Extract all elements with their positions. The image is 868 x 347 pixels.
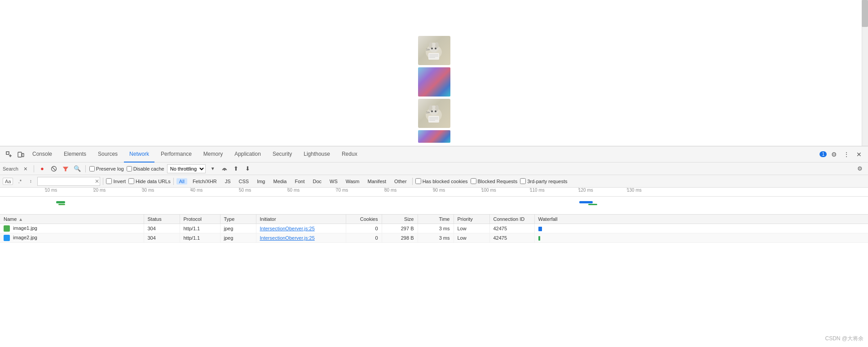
tab-sources[interactable]: Sources <box>93 146 123 163</box>
svg-point-14 <box>429 105 432 111</box>
throttle-select[interactable]: No throttlingSlow 3GFast 3G <box>167 164 206 173</box>
type-wasm-btn[interactable]: Wasm <box>343 178 362 184</box>
col-header-size[interactable]: Size <box>382 215 418 224</box>
table-row[interactable]: image2.jpg 304 http/1.1 jpeg Intersectio… <box>0 233 868 243</box>
table-header-row: Name▲ Status Protocol Type Initiator Coo… <box>0 215 868 224</box>
type-fetchxhr-btn[interactable]: Fetch/XHR <box>190 178 220 184</box>
has-blocked-cookies-label[interactable]: Has blocked cookies <box>415 178 468 184</box>
tab-application[interactable]: Application <box>229 146 266 163</box>
ruler-130ms: 130 ms <box>627 188 675 193</box>
page-scrollbar-thumb[interactable] <box>862 0 868 27</box>
svg-point-2 <box>429 42 432 48</box>
cell-size-2: 298 B <box>382 233 418 243</box>
network-table: Name▲ Status Protocol Type Initiator Coo… <box>0 215 868 243</box>
col-header-status[interactable]: Status <box>144 215 180 224</box>
devtools-table[interactable]: Name▲ Status Protocol Type Initiator Coo… <box>0 215 868 347</box>
cell-connid-2: 42475 <box>489 233 534 243</box>
col-header-cookies[interactable]: Cookies <box>346 215 382 224</box>
close-devtools-icon[interactable]: ✕ <box>854 149 864 160</box>
col-header-waterfall[interactable]: Waterfall <box>534 215 868 224</box>
invert-checkbox[interactable] <box>106 178 112 184</box>
devtools-filter-row: Aa .* ↕ ✕ Invert Hide data URLs All Fetc… <box>0 175 868 188</box>
col-header-type[interactable]: Type <box>220 215 256 224</box>
tab-elements[interactable]: Elements <box>58 146 92 163</box>
type-media-btn[interactable]: Media <box>270 178 289 184</box>
more-options-icon[interactable]: ⋮ <box>841 149 852 160</box>
devtools-toolbar: Search × ● 🔍 Preserve log Disable cache … <box>0 163 868 175</box>
devtools-timeline[interactable]: 10 ms 20 ms 30 ms 40 ms 50 ms 60 ms 70 m… <box>0 188 868 215</box>
type-font-btn[interactable]: Font <box>292 178 307 184</box>
col-header-connid[interactable]: Connection ID <box>489 215 534 224</box>
record-btn[interactable]: ● <box>38 164 47 173</box>
settings-cog-icon[interactable]: ⚙ <box>855 163 865 174</box>
col-header-name[interactable]: Name▲ <box>0 215 144 224</box>
hide-data-urls-checkbox[interactable] <box>128 178 134 184</box>
ruler-60ms: 60 ms <box>287 188 336 193</box>
invert-label[interactable]: Invert <box>106 178 126 184</box>
cell-status-1: 304 <box>144 224 180 233</box>
third-party-checkbox[interactable] <box>520 178 526 184</box>
tab-security[interactable]: Security <box>267 146 297 163</box>
type-ws-btn[interactable]: WS <box>327 178 340 184</box>
table-row[interactable]: image1.jpg 304 http/1.1 jpeg Intersectio… <box>0 224 868 233</box>
has-blocked-cookies-checkbox[interactable] <box>415 178 421 184</box>
export-btn[interactable]: ⬇ <box>243 164 252 173</box>
disable-cache-checkbox[interactable] <box>127 166 132 171</box>
preserve-log-checkbox[interactable] <box>89 166 95 171</box>
cell-priority-1: Low <box>454 224 489 233</box>
image2-preview <box>418 99 450 128</box>
tab-memory[interactable]: Memory <box>198 146 228 163</box>
col-header-time[interactable]: Time <box>418 215 454 224</box>
clear-btn[interactable] <box>49 164 58 173</box>
col-header-priority[interactable]: Priority <box>454 215 489 224</box>
cell-initiator-1[interactable]: IntersectionOberver.js:25 <box>256 224 346 233</box>
type-all-btn[interactable]: All <box>176 178 187 184</box>
inspect-element-icon[interactable] <box>4 149 14 160</box>
throttle-arrow-btn[interactable]: ▼ <box>208 164 217 173</box>
col-header-protocol[interactable]: Protocol <box>180 215 220 224</box>
filter-btn[interactable] <box>61 164 70 173</box>
svg-point-15 <box>435 105 439 111</box>
import-btn[interactable]: ⬆ <box>232 164 241 173</box>
case-toggle-btn[interactable]: ↕ <box>26 177 35 185</box>
ruler-30ms: 30 ms <box>142 188 190 193</box>
disable-cache-label[interactable]: Disable cache <box>127 166 164 171</box>
tab-performance[interactable]: Performance <box>155 146 197 163</box>
regex-toggle-btn[interactable]: .* <box>16 177 24 185</box>
cell-initiator-2[interactable]: IntersectionOberver.js:25 <box>256 233 346 243</box>
cell-connid-1: 42475 <box>489 224 534 233</box>
hide-data-urls-label[interactable]: Hide data URLs <box>128 178 171 184</box>
cell-name-2: image2.jpg <box>0 233 144 243</box>
third-party-label[interactable]: 3rd-party requests <box>520 178 567 184</box>
search-btn[interactable]: 🔍 <box>73 164 82 173</box>
type-manifest-btn[interactable]: Manifest <box>365 178 389 184</box>
ruler-20ms: 20 ms <box>93 188 142 193</box>
colorful-image2 <box>418 130 450 143</box>
col-header-initiator[interactable]: Initiator <box>256 215 346 224</box>
filter-input[interactable] <box>37 177 100 186</box>
tab-redux[interactable]: Redux <box>336 146 363 163</box>
settings-icon[interactable]: ⚙ <box>828 149 839 160</box>
toolbar-separator-1 <box>34 165 34 172</box>
device-toggle-icon[interactable] <box>15 149 26 160</box>
type-other-btn[interactable]: Other <box>392 178 410 184</box>
filter-clear-btn[interactable]: ✕ <box>95 178 99 184</box>
preserve-log-label[interactable]: Preserve log <box>89 166 124 171</box>
blocked-requests-label[interactable]: Blocked Requests <box>471 178 518 184</box>
type-doc-btn[interactable]: Doc <box>310 178 324 184</box>
page-scrollbar[interactable] <box>862 0 868 146</box>
tab-lighthouse[interactable]: Lighthouse <box>298 146 335 163</box>
aa-toggle-btn[interactable]: Aa <box>3 178 13 185</box>
type-img-btn[interactable]: Img <box>254 178 268 184</box>
type-js-btn[interactable]: JS <box>222 178 234 184</box>
cell-waterfall-2 <box>534 233 868 243</box>
close-search-btn[interactable]: × <box>21 164 30 173</box>
svg-line-30 <box>52 167 55 170</box>
type-css-btn[interactable]: CSS <box>236 178 252 184</box>
network-conditions-btn[interactable] <box>220 164 229 173</box>
devtools-tabbar: Console Elements Sources Network Perform… <box>0 146 868 163</box>
tab-network[interactable]: Network <box>124 146 154 163</box>
tab-console[interactable]: Console <box>27 146 57 163</box>
blocked-requests-checkbox[interactable] <box>471 178 476 184</box>
svg-point-3 <box>435 42 439 48</box>
